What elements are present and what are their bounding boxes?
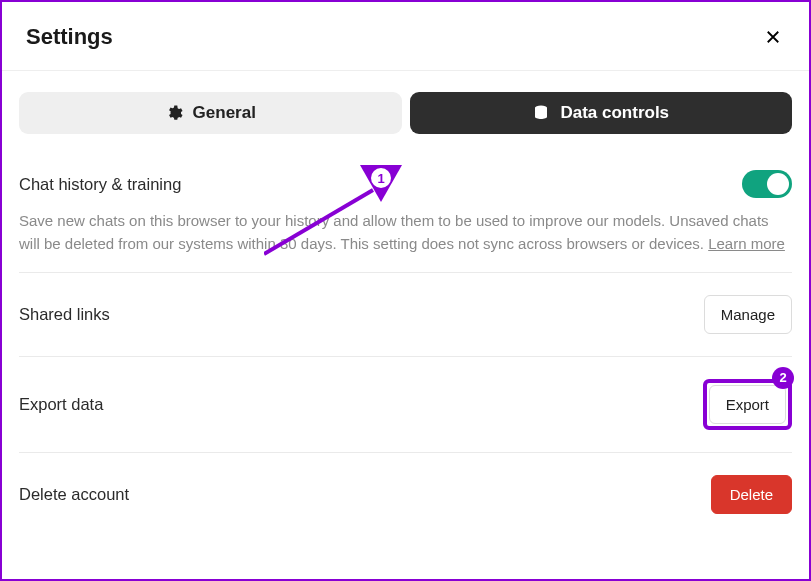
callout-badge-2: 2 [772, 367, 794, 389]
tab-general-label: General [193, 103, 256, 123]
chat-history-label: Chat history & training [19, 175, 181, 194]
close-icon[interactable] [763, 27, 783, 47]
gear-icon [165, 104, 183, 122]
tabs: General Data controls [2, 71, 809, 134]
chat-history-desc: Save new chats on this browser to your h… [19, 209, 792, 256]
export-button[interactable]: Export [709, 385, 786, 424]
delete-account-label: Delete account [19, 485, 129, 504]
tab-data-controls-label: Data controls [560, 103, 669, 123]
chat-history-toggle[interactable] [742, 170, 792, 198]
tab-general[interactable]: General [19, 92, 402, 134]
tab-data-controls[interactable]: Data controls [410, 92, 793, 134]
learn-more-link[interactable]: Learn more [708, 235, 785, 252]
export-data-label: Export data [19, 395, 103, 414]
database-icon [532, 104, 550, 122]
manage-button[interactable]: Manage [704, 295, 792, 334]
shared-links-label: Shared links [19, 305, 110, 324]
export-highlight: 2 Export [703, 379, 792, 430]
page-title: Settings [26, 24, 113, 50]
delete-button[interactable]: Delete [711, 475, 792, 514]
